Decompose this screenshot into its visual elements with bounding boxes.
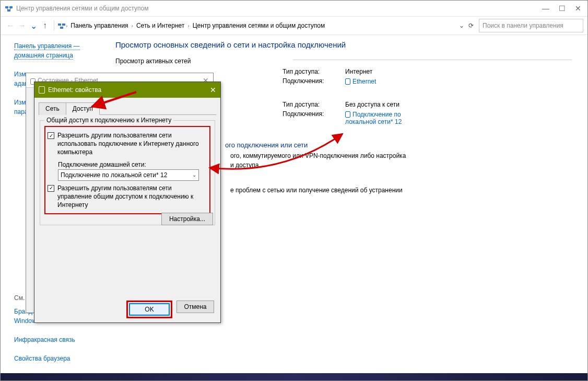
- breadcrumb[interactable]: › Панель управления › Сеть и Интернет › …: [66, 22, 459, 29]
- section-change-settings: ого подключения или сети: [225, 141, 577, 149]
- path-icon: [57, 21, 66, 30]
- crumb-control-panel[interactable]: Панель управления: [70, 22, 128, 29]
- label-allow-control: Разрешить другим пользователям сети упра…: [57, 184, 207, 210]
- chevron-down-icon: ⌄: [192, 172, 196, 178]
- app-icon: [5, 4, 13, 13]
- svg-rect-5: [58, 24, 61, 26]
- link-cp-home[interactable]: Панель управления —: [14, 42, 80, 50]
- text-setup-connection: ого, коммутируемого или VPN-подключения …: [230, 151, 577, 170]
- crumb-network-internet[interactable]: Сеть и Интернет: [136, 22, 184, 29]
- svg-rect-6: [62, 24, 65, 26]
- label-connections: Подключения:: [283, 77, 345, 85]
- link-connection-lan12[interactable]: Подключение по: [352, 111, 401, 118]
- checkbox-allow-sharing[interactable]: [48, 132, 54, 139]
- tab-access[interactable]: Доступ: [66, 102, 100, 115]
- back-button[interactable]: ←: [5, 21, 16, 30]
- active-networks-label: Просмотр активных сетей: [115, 57, 577, 65]
- crumb-network-center[interactable]: Центр управления сетями и общим доступом: [193, 22, 325, 29]
- search-input[interactable]: Поиск в панели управления: [479, 19, 583, 32]
- ethernet-icon: [345, 78, 350, 85]
- link-infrared[interactable]: Инфракрасная связь: [14, 335, 101, 344]
- svg-rect-7: [60, 27, 63, 29]
- dialog-title: Ethernet: свойства: [48, 86, 101, 94]
- minimize-button[interactable]: —: [542, 4, 549, 13]
- svg-rect-0: [5, 6, 8, 8]
- address-dropdown-icon[interactable]: ⌄: [459, 22, 464, 29]
- label-access-type: Тип доступа:: [283, 101, 345, 108]
- value-access-1: Интернет: [345, 68, 372, 75]
- value-access-2: Без доступа к сети: [345, 101, 399, 108]
- link-cp-home[interactable]: домашняя страница: [14, 52, 73, 60]
- page-heading: Просмотр основных сведений о сети и наст…: [115, 40, 577, 49]
- ethernet-icon: [39, 86, 45, 94]
- link-connection-ethernet[interactable]: Ethernet: [352, 78, 376, 85]
- text-troubleshoot: е проблем с сетью или получение сведений…: [230, 186, 577, 195]
- address-bar: ← → ⌄ ↑ › Панель управления › Сеть и Инт…: [1, 16, 587, 35]
- forward-button[interactable]: →: [16, 21, 28, 30]
- link-connection-lan12[interactable]: локальной сети* 12: [345, 118, 402, 125]
- link-internet-options[interactable]: Свойства браузера: [14, 354, 101, 363]
- label-allow-sharing: Разрешить другим пользователям сети испо…: [57, 131, 207, 157]
- close-button[interactable]: ✕: [575, 4, 581, 13]
- highlight-ok: OK: [126, 301, 172, 318]
- chevron-right-icon: ›: [187, 23, 189, 29]
- cancel-button[interactable]: Отмена: [177, 301, 214, 313]
- taskbar-strip: [1, 373, 587, 380]
- tab-strip: Сеть Доступ: [39, 102, 216, 115]
- label-home-connection: Подключение домашней сети:: [58, 161, 207, 168]
- titlebar: Центр управления сетями и общим доступом…: [1, 1, 587, 16]
- up-button[interactable]: ↑: [39, 21, 51, 30]
- maximize-button[interactable]: ☐: [559, 4, 566, 13]
- recent-dropdown-icon[interactable]: ⌄: [28, 21, 39, 31]
- window-title: Центр управления сетями и общим доступом: [16, 5, 542, 12]
- highlight-allow-sharing: Разрешить другим пользователям сети испо…: [44, 126, 210, 214]
- chevron-right-icon: ›: [132, 23, 133, 29]
- ics-legend: Общий доступ к подключению к Интернету: [44, 117, 173, 124]
- network-block-2: Тип доступа:Без доступа к сети Подключен…: [283, 101, 577, 125]
- search-placeholder: Поиск в панели управления: [483, 22, 563, 29]
- refresh-button[interactable]: ⟳: [468, 22, 474, 29]
- svg-rect-1: [9, 6, 13, 8]
- ok-button[interactable]: OK: [129, 303, 170, 316]
- combo-home-connection[interactable]: Подключение по локальной сети* 12 ⌄: [58, 169, 199, 181]
- settings-button[interactable]: Настройка...: [161, 213, 213, 225]
- dialog-close-button[interactable]: ✕: [210, 86, 216, 94]
- ethernet-properties-dialog: Ethernet: свойства ✕ Сеть Доступ Общий д…: [34, 82, 221, 323]
- ethernet-icon: [345, 111, 350, 118]
- ics-groupbox: Общий доступ к подключению к Интернету Р…: [40, 120, 215, 225]
- dialog-titlebar[interactable]: Ethernet: свойства ✕: [34, 82, 220, 98]
- checkbox-allow-control[interactable]: [48, 185, 54, 192]
- combo-value: Подключение по локальной сети* 12: [61, 171, 167, 179]
- network-block-1: Тип доступа:Интернет Подключения:Etherne…: [283, 68, 577, 85]
- tab-network[interactable]: Сеть: [39, 102, 66, 115]
- label-connections: Подключения:: [283, 110, 345, 125]
- chevron-right-icon: ›: [66, 23, 67, 29]
- label-access-type: Тип доступа:: [283, 68, 345, 75]
